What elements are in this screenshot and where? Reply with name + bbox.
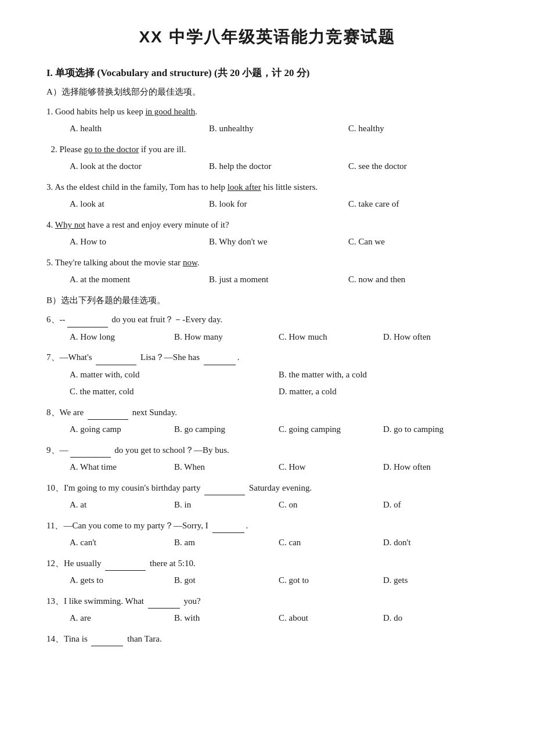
q7-options-row2: C. the matter, cold D. matter, a cold [46,384,488,399]
q5-text: 5. They're talking about the movie star … [46,255,488,271]
q6-optC: C. How much [279,330,383,345]
question-7: 7、—What's Lisa？—She has . A. matter with… [46,350,488,399]
q12-options: A. gets to B. got C. got to D. gets [46,573,488,588]
question-12: 12、He usually there at 5:10. A. gets to … [46,556,488,588]
question-3: 3. As the eldest child in the family, To… [46,180,488,212]
question-5: 5. They're talking about the movie star … [46,255,488,287]
q3-optC: C. take care of [348,197,488,212]
question-9: 9、— do you get to school？—By bus. A. Wha… [46,443,488,475]
question-14: 14、Tina is than Tara. [46,632,488,647]
q7-optD: D. matter, a cold [279,384,488,399]
q10-optB: B. in [174,498,279,513]
q5-optB: B. just a moment [209,272,348,287]
q11-optB: B. am [174,535,279,550]
q13-options: A. are B. with C. about D. do [46,611,488,626]
q13-optD: D. do [383,611,488,626]
question-4: 4. Why not have a rest and enjoy every m… [46,218,488,250]
question-8: 8、We are next Sunday. A. going camp B. g… [46,405,488,437]
question-10: 10、I'm going to my cousin's birthday par… [46,481,488,513]
q9-optA: A. What time [70,460,174,475]
q10-optA: A. at [70,498,174,513]
q9-options: A. What time B. When C. How D. How often [46,460,488,475]
partA-label: A）选择能够替换划线部分的最佳选项。 [46,85,488,100]
q12-optD: D. gets [383,573,488,588]
q10-optC: C. on [279,498,383,513]
q8-text: 8、We are next Sunday. [46,405,488,420]
q2-optA: A. look at the doctor [70,159,209,174]
q4-optA: A. How to [70,235,209,250]
q3-text: 3. As the eldest child in the family, To… [46,180,488,195]
q12-text: 12、He usually there at 5:10. [46,556,488,571]
q6-optA: A. How long [70,330,174,345]
q3-options: A. look at B. look for C. take care of [46,197,488,212]
q9-optC: C. How [279,460,383,475]
q1-options: A. health B. unhealthy C. healthy [46,121,488,136]
q10-text: 10、I'm going to my cousin's birthday par… [46,481,488,496]
q11-text: 11、—Can you come to my party？—Sorry, I . [46,519,488,534]
section1-heading: I. 单项选择 (Vocabulary and structure) (共 20… [46,65,488,82]
q6-options: A. How long B. How many C. How much D. H… [46,330,488,345]
question-2: 2. Please go to the doctor if you are il… [46,142,488,174]
q8-optB: B. go camping [174,422,279,437]
q1-text: 1. Good habits help us keep in good heal… [46,105,488,120]
q13-optC: C. about [279,611,383,626]
q3-optB: B. look for [209,197,348,212]
q1-optC: C. healthy [348,121,488,136]
q1-optA: A. health [70,121,209,136]
q6-optD: D. How often [383,330,488,345]
question-13: 13、I like swimming. What you? A. are B. … [46,594,488,626]
q14-text: 14、Tina is than Tara. [46,632,488,647]
q6-text: 6、-- do you eat fruit？－-Every day. [46,312,488,327]
q5-optA: A. at the moment [70,272,209,287]
q3-optA: A. look at [70,197,209,212]
q9-optD: D. How often [383,460,488,475]
q7-optC: C. the matter, cold [70,384,279,399]
q13-optB: B. with [174,611,279,626]
question-1: 1. Good habits help us keep in good heal… [46,105,488,136]
q8-optA: A. going camp [70,422,174,437]
q12-optC: C. got to [279,573,383,588]
q2-optB: B. help the doctor [209,159,348,174]
q13-text: 13、I like swimming. What you? [46,594,488,609]
q7-options-row1: A. matter with, cold B. the matter with,… [46,368,488,383]
q7-optB: B. the matter with, a cold [279,368,488,383]
q4-optB: B. Why don't we [209,235,348,250]
question-6: 6、-- do you eat fruit？－-Every day. A. Ho… [46,312,488,344]
q12-optB: B. got [174,573,279,588]
q11-optD: D. don't [383,535,488,550]
page-title: XX 中学八年级英语能力竞赛试题 [46,23,488,51]
q2-text: 2. Please go to the doctor if you are il… [46,142,488,157]
q7-optA: A. matter with, cold [70,368,279,383]
q12-optA: A. gets to [70,573,174,588]
q7-text: 7、—What's Lisa？—She has . [46,350,488,365]
q8-options: A. going camp B. go camping C. going cam… [46,422,488,437]
partB-label: B）选出下列各题的最佳选项。 [46,293,488,308]
q5-options: A. at the moment B. just a moment C. now… [46,272,488,287]
q11-optC: C. can [279,535,383,550]
q2-optC: C. see the doctor [348,159,488,174]
q8-optD: D. go to camping [383,422,488,437]
q1-optB: B. unhealthy [209,121,348,136]
q4-optC: C. Can we [348,235,488,250]
q11-optA: A. can't [70,535,174,550]
q2-options: A. look at the doctor B. help the doctor… [46,159,488,174]
q4-options: A. How to B. Why don't we C. Can we [46,235,488,250]
q8-optC: C. going camping [279,422,383,437]
question-11: 11、—Can you come to my party？—Sorry, I .… [46,519,488,550]
q6-optB: B. How many [174,330,279,345]
q9-optB: B. When [174,460,279,475]
q10-options: A. at B. in C. on D. of [46,498,488,513]
q13-optA: A. are [70,611,174,626]
q9-text: 9、— do you get to school？—By bus. [46,443,488,458]
q11-options: A. can't B. am C. can D. don't [46,535,488,550]
q4-text: 4. Why not have a rest and enjoy every m… [46,218,488,233]
q10-optD: D. of [383,498,488,513]
q5-optC: C. now and then [348,272,488,287]
